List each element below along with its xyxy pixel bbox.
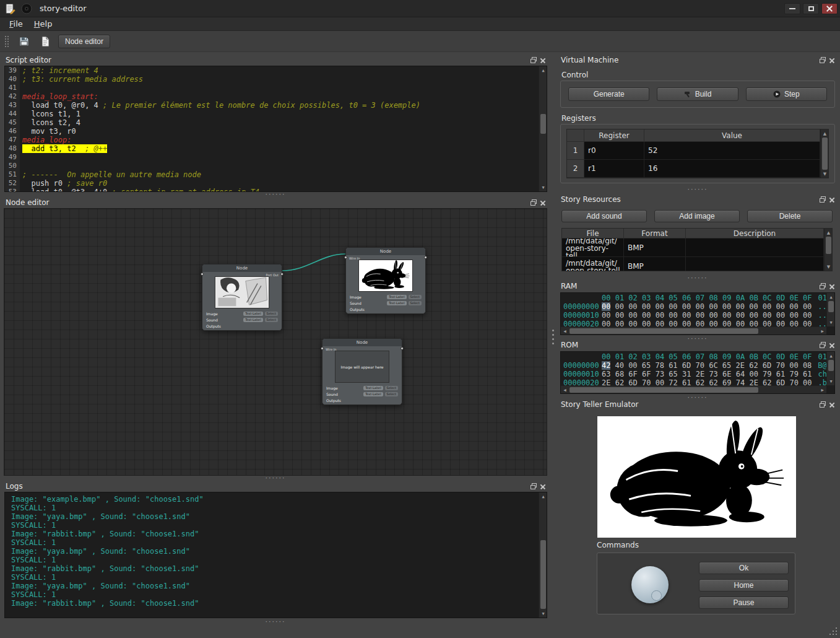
- splitter-columns[interactable]: [551, 52, 555, 622]
- script-editor-panel-header[interactable]: Script editor: [0, 55, 551, 66]
- ram-horizontal-scrollbar[interactable]: [561, 326, 826, 334]
- scroll-right-arrow[interactable]: [818, 327, 826, 335]
- select-chip[interactable]: Select: [265, 318, 278, 322]
- splitter-logs-bottom[interactable]: [0, 619, 551, 624]
- registers-header-value[interactable]: Value: [644, 129, 820, 142]
- select-chip[interactable]: Select: [409, 301, 422, 305]
- toolbar-drag-handle[interactable]: [5, 36, 9, 47]
- media-node-3[interactable]: Node Wire In Image will appear here Imag…: [322, 338, 402, 405]
- scroll-up-arrow[interactable]: [827, 293, 835, 301]
- resource-file-cell[interactable]: /mnt/data/git/open-story-tell: [562, 257, 624, 271]
- minimize-button[interactable]: [784, 3, 800, 14]
- splitter-script-node[interactable]: [0, 192, 551, 197]
- scroll-right-arrow[interactable]: [818, 386, 826, 394]
- scrollbar-thumb[interactable]: [822, 138, 828, 170]
- select-chip[interactable]: Select: [385, 392, 398, 396]
- node-editor-panel-header[interactable]: Node editor: [0, 197, 551, 208]
- scroll-left-arrow[interactable]: [561, 386, 569, 394]
- ram-vertical-scrollbar[interactable]: [826, 293, 834, 326]
- resources-header-description[interactable]: Description: [686, 229, 824, 238]
- node-header[interactable]: Node: [346, 248, 425, 255]
- script-editor-vertical-scrollbar[interactable]: [539, 66, 547, 191]
- close-button[interactable]: [821, 3, 838, 14]
- text-label-chip[interactable]: Text-Label: [387, 295, 406, 299]
- scroll-up-arrow[interactable]: [539, 66, 547, 74]
- logs-output[interactable]: Image: "example.bmp" , Sound: "choose1.s…: [4, 492, 547, 618]
- rom-float-button[interactable]: [818, 341, 827, 349]
- resource-description-cell[interactable]: [686, 238, 824, 257]
- scroll-down-arrow[interactable]: [827, 318, 835, 326]
- ok-button[interactable]: Ok: [699, 562, 789, 574]
- registers-header-register[interactable]: Register: [584, 129, 644, 142]
- scrollbar-thumb[interactable]: [828, 301, 834, 312]
- scrollbar-thumb[interactable]: [569, 328, 758, 334]
- vm-float-button[interactable]: [818, 56, 827, 64]
- scroll-down-arrow[interactable]: [825, 263, 833, 271]
- rom-hex-view[interactable]: 00 01 02 03 04 05 06 07 08 09 0A 0B 0C 0…: [560, 351, 835, 394]
- select-chip[interactable]: Select: [265, 312, 278, 316]
- node-editor-float-button[interactable]: [529, 198, 538, 207]
- text-label-chip[interactable]: Text-Label: [363, 386, 383, 390]
- scrollbar-thumb[interactable]: [826, 237, 831, 254]
- resource-format-cell[interactable]: BMP: [624, 238, 686, 257]
- logs-close-button[interactable]: [538, 482, 547, 491]
- scroll-down-arrow[interactable]: [821, 170, 829, 178]
- generate-button[interactable]: Generate: [568, 87, 649, 101]
- new-script-button[interactable]: [37, 33, 53, 50]
- node-header[interactable]: Node: [202, 264, 282, 272]
- register-name-cell[interactable]: r1: [584, 160, 644, 178]
- register-value-cell[interactable]: 16: [644, 160, 820, 178]
- output-port[interactable]: [401, 347, 404, 350]
- rom-panel-header[interactable]: ROM: [555, 339, 840, 351]
- resource-file-cell[interactable]: /mnt/data/git/open-story-tell…: [562, 238, 624, 257]
- story-resources-panel-header[interactable]: Story Resources: [555, 194, 840, 205]
- ram-float-button[interactable]: [818, 282, 827, 291]
- resource-format-cell[interactable]: BMP: [624, 257, 686, 271]
- registers-vertical-scrollbar[interactable]: [820, 129, 828, 178]
- menu-help[interactable]: Help: [28, 18, 58, 30]
- resources-header-format[interactable]: Format: [624, 229, 686, 238]
- scroll-down-arrow[interactable]: [827, 377, 835, 385]
- register-value-cell[interactable]: 52: [644, 142, 820, 160]
- maximize-button[interactable]: [803, 3, 819, 14]
- scroll-down-arrow[interactable]: [539, 183, 547, 191]
- menu-file[interactable]: File: [4, 18, 28, 30]
- ram-hex-view[interactable]: 00 01 02 03 04 05 06 07 08 09 0A 0B 0C 0…: [560, 292, 835, 335]
- media-node-2[interactable]: Node Wire In Image Text-Label Select: [345, 247, 426, 314]
- text-label-chip[interactable]: Text-Label: [243, 312, 262, 316]
- node-header[interactable]: Node: [323, 339, 402, 346]
- ram-close-button[interactable]: [827, 282, 836, 291]
- logs-float-button[interactable]: [529, 482, 538, 491]
- resources-float-button[interactable]: [818, 195, 827, 204]
- splitter-node-logs[interactable]: [0, 476, 551, 481]
- rom-vertical-scrollbar[interactable]: [826, 352, 834, 385]
- scroll-left-arrow[interactable]: [561, 327, 569, 335]
- scroll-up-arrow[interactable]: [539, 492, 547, 500]
- script-editor-float-button[interactable]: [529, 56, 538, 64]
- scrollbar-thumb[interactable]: [540, 114, 546, 134]
- text-label-chip[interactable]: Text-Label: [387, 301, 406, 305]
- selected-byte[interactable]: 00: [602, 302, 610, 311]
- step-button[interactable]: Step: [746, 87, 827, 101]
- knob-indicator[interactable]: [651, 590, 662, 601]
- register-name-cell[interactable]: r0: [584, 142, 644, 160]
- scroll-down-arrow[interactable]: [539, 610, 547, 618]
- row-header[interactable]: 2: [567, 160, 584, 178]
- scroll-up-arrow[interactable]: [825, 229, 833, 237]
- node-editor-canvas[interactable]: Node Port Out I: [4, 208, 547, 476]
- scroll-up-arrow[interactable]: [827, 352, 835, 360]
- node-editor-close-button[interactable]: [538, 198, 547, 207]
- select-chip[interactable]: Select: [409, 295, 422, 299]
- registers-table[interactable]: Register Value 1 r0 52 2 r1 16: [566, 129, 829, 178]
- scrollbar-thumb[interactable]: [828, 360, 834, 371]
- emulator-close-button[interactable]: [827, 400, 836, 409]
- window-resize-grip[interactable]: [829, 627, 838, 636]
- splitter-vm-resources[interactable]: [555, 187, 840, 192]
- ram-panel-header[interactable]: RAM: [555, 281, 840, 292]
- resources-vertical-scrollbar[interactable]: [824, 229, 832, 271]
- rom-horizontal-scrollbar[interactable]: [561, 385, 826, 393]
- scrollbar-thumb[interactable]: [569, 387, 758, 393]
- pause-button[interactable]: Pause: [699, 596, 789, 609]
- emulator-panel-header[interactable]: Story Teller Emulator: [555, 399, 840, 410]
- virtual-machine-panel-header[interactable]: Virtual Machine: [555, 55, 840, 66]
